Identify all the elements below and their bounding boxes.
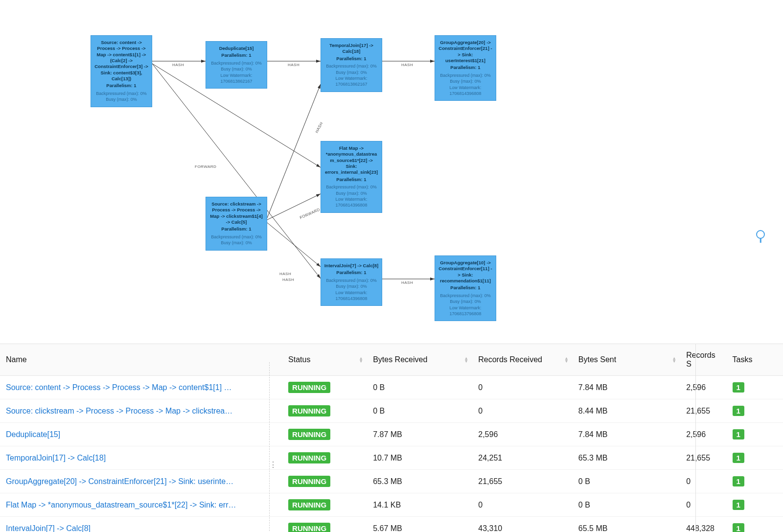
edge-label: FORWARD <box>299 207 321 220</box>
edge-label: HASH <box>401 63 413 67</box>
tasks-badge: 1 <box>733 523 744 532</box>
zoom-slider-handle[interactable] <box>756 230 765 239</box>
status-badge: RUNNING <box>288 429 330 440</box>
col-header-name[interactable]: Name <box>0 344 282 376</box>
edge-label: FORWARD <box>195 164 216 169</box>
tasks-badge: 1 <box>733 382 744 393</box>
table-row[interactable]: Flat Map -> *anonymous_datastream_source… <box>0 493 783 517</box>
bytes-received-cell: 7.87 MB <box>367 423 472 446</box>
sort-icon: ▲▼ <box>672 357 676 363</box>
sort-icon: ▲▼ <box>359 357 363 363</box>
node-title: GroupAggregate[10] -> ConstraintEnforcer… <box>438 260 493 284</box>
table-row[interactable]: Deduplicate[15]RUNNING7.87 MB2,5967.84 M… <box>0 423 783 446</box>
node-stat: Backpressured (max): 0% <box>94 91 149 97</box>
table-row[interactable]: Source: clickstream -> Process -> Proces… <box>0 399 783 423</box>
tasks-cell: 1 <box>727 399 783 423</box>
status-badge: RUNNING <box>288 382 330 393</box>
column-divider <box>695 344 696 532</box>
bytes-received-cell: 0 B <box>367 376 472 399</box>
records-received-cell: 21,655 <box>472 470 573 493</box>
status-cell: RUNNING <box>282 446 367 470</box>
col-header-bytes-sent-label: Bytes Sent <box>578 355 616 364</box>
status-badge: RUNNING <box>288 405 330 416</box>
bytes-sent-cell: 0 B <box>573 470 680 493</box>
table-row[interactable]: IntervalJoin[7] -> Calc[8]RUNNING5.67 MB… <box>0 517 783 532</box>
job-graph-canvas[interactable]: Source: content -> Process -> Process ->… <box>0 0 783 343</box>
graph-node-n5[interactable]: Source: clickstream -> Process -> Proces… <box>206 197 267 251</box>
operator-name-link[interactable]: GroupAggregate[20] -> ConstraintEnforcer… <box>0 470 282 493</box>
sort-icon: ▲▼ <box>464 357 468 363</box>
node-stat: Busy (max): 0% <box>324 70 379 76</box>
records-sent-cell: 21,655 <box>680 446 726 470</box>
node-stat: Busy (max): 0% <box>94 97 149 103</box>
records-sent-cell: 0 <box>680 493 726 517</box>
tasks-cell: 1 <box>727 376 783 399</box>
node-parallelism: Parallelism: 1 <box>324 56 379 62</box>
tasks-cell: 1 <box>727 493 783 517</box>
bytes-received-cell: 5.67 MB <box>367 517 472 532</box>
node-stat: Low Watermark: 1706814396808 <box>324 290 379 301</box>
operator-name-link[interactable]: IntervalJoin[7] -> Calc[8] <box>0 517 282 532</box>
tasks-cell: 1 <box>727 517 783 532</box>
col-header-bytes-sent[interactable]: Bytes Sent ▲▼ <box>573 344 680 376</box>
col-header-bytes-received[interactable]: Bytes Received ▲▼ <box>367 344 472 376</box>
table-row[interactable]: TemporalJoin[17] -> Calc[18]RUNNING10.7 … <box>0 446 783 470</box>
bytes-received-cell: 10.7 MB <box>367 446 472 470</box>
node-stat: Busy (max): 0% <box>209 240 264 246</box>
status-cell: RUNNING <box>282 517 367 532</box>
bytes-sent-cell: 65.5 MB <box>573 517 680 532</box>
col-header-tasks[interactable]: Tasks <box>727 344 783 376</box>
col-header-bytes-received-label: Bytes Received <box>373 355 427 364</box>
records-sent-cell: 21,655 <box>680 399 726 423</box>
edge-label: HASH <box>288 63 299 67</box>
operator-name-link[interactable]: TemporalJoin[17] -> Calc[18] <box>0 446 282 470</box>
node-stat: Busy (max): 0% <box>209 67 264 72</box>
edge-label: HASH <box>282 278 294 282</box>
node-stat: Busy (max): 0% <box>324 284 379 290</box>
table-row[interactable]: Source: content -> Process -> Process ->… <box>0 376 783 399</box>
bytes-sent-cell: 7.84 MB <box>573 376 680 399</box>
node-stat: Backpressured (max): 0% <box>324 278 379 284</box>
node-parallelism: Parallelism: 1 <box>209 52 264 58</box>
graph-node-n2[interactable]: Deduplicate[15]Parallelism: 1Backpressur… <box>206 41 267 89</box>
status-badge: RUNNING <box>288 452 330 463</box>
tasks-badge: 1 <box>733 500 744 510</box>
column-resize-handle[interactable]: ⋮ <box>269 362 276 532</box>
status-badge: RUNNING <box>288 499 330 510</box>
graph-node-n1[interactable]: Source: content -> Process -> Process ->… <box>91 35 152 107</box>
sort-icon: ▲▼ <box>564 357 569 363</box>
operator-name-link[interactable]: Source: content -> Process -> Process ->… <box>0 376 282 399</box>
bytes-sent-cell: 0 B <box>573 493 680 517</box>
node-parallelism: Parallelism: 1 <box>324 177 379 183</box>
graph-node-n7[interactable]: IntervalJoin[7] -> Calc[8]Parallelism: 1… <box>321 258 382 306</box>
node-stat: Low Watermark: 1706814396808 <box>438 85 493 96</box>
graph-node-n6[interactable]: Flat Map -> *anonymous_datastream_source… <box>321 141 382 213</box>
table-row[interactable]: GroupAggregate[20] -> ConstraintEnforcer… <box>0 470 783 493</box>
graph-node-n4[interactable]: GroupAggregate[20] -> ConstraintEnforcer… <box>435 35 496 101</box>
operator-name-link[interactable]: Deduplicate[15] <box>0 423 282 446</box>
node-parallelism: Parallelism: 1 <box>438 285 493 291</box>
graph-node-n3[interactable]: TemporalJoin[17] -> Calc[18]Parallelism:… <box>321 38 382 92</box>
operator-name-link[interactable]: Flat Map -> *anonymous_datastream_source… <box>0 493 282 517</box>
records-sent-cell: 2,596 <box>680 423 726 446</box>
col-header-records-received[interactable]: Records Received ▲▼ <box>472 344 573 376</box>
node-stat: Low Watermark: 1706813796808 <box>438 305 493 317</box>
edge-label: HASH <box>279 272 291 276</box>
node-stat: Low Watermark: 1706813862167 <box>324 76 379 87</box>
tasks-cell: 1 <box>727 470 783 493</box>
edge-label: HASH <box>401 280 413 285</box>
status-cell: RUNNING <box>282 376 367 399</box>
node-parallelism: Parallelism: 1 <box>209 226 264 232</box>
records-received-cell: 24,251 <box>472 446 573 470</box>
node-title: IntervalJoin[7] -> Calc[8] <box>324 263 379 269</box>
col-header-status[interactable]: Status ▲▼ <box>282 344 367 376</box>
node-parallelism: Parallelism: 1 <box>324 270 379 276</box>
col-header-status-label: Status <box>288 355 310 364</box>
bytes-received-cell: 65.3 MB <box>367 470 472 493</box>
records-received-cell: 2,596 <box>472 423 573 446</box>
col-header-records-sent[interactable]: Records S <box>680 344 726 376</box>
node-title: Flat Map -> *anonymous_datastream_source… <box>324 145 379 176</box>
graph-node-n8[interactable]: GroupAggregate[10] -> ConstraintEnforcer… <box>435 255 496 321</box>
operators-table: Name Status ▲▼ Bytes Received ▲▼ Records… <box>0 344 783 532</box>
operator-name-link[interactable]: Source: clickstream -> Process -> Proces… <box>0 399 282 423</box>
